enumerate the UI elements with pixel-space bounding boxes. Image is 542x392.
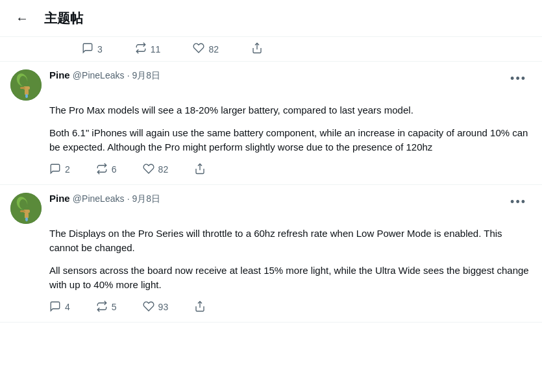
- share-icon: [194, 163, 206, 177]
- heart-icon: [143, 163, 154, 177]
- tweet-header: Pine @PineLeaks · 9月8日 •••: [10, 69, 532, 101]
- svg-rect-5: [25, 90, 29, 95]
- tweet-username: Pine: [49, 193, 70, 204]
- tweet-text: The Displays on the Pro Series will thro…: [49, 227, 532, 293]
- reply-icon: [49, 163, 61, 177]
- tweet-more-button[interactable]: •••: [505, 193, 532, 212]
- retweet-button[interactable]: 5: [96, 300, 117, 314]
- tweet-header: Pine @PineLeaks · 9月8日 •••: [10, 193, 532, 224]
- reply-button[interactable]: 4: [49, 300, 70, 314]
- retweet-icon: [96, 163, 108, 177]
- top-reply-count: 3: [97, 44, 103, 55]
- like-count: 82: [158, 164, 169, 175]
- interaction-row: 2 6 82: [49, 163, 532, 177]
- reply-icon: [49, 300, 61, 314]
- heart-icon: [143, 300, 154, 314]
- like-count: 93: [158, 302, 169, 312]
- top-share-item[interactable]: [251, 42, 263, 56]
- heart-icon: [193, 42, 204, 56]
- tweet-username: Pine: [49, 69, 70, 80]
- tweet-body: The Pro Max models will see a 18-20% lar…: [49, 103, 532, 177]
- retweet-count: 6: [112, 164, 117, 175]
- svg-rect-13: [25, 213, 29, 218]
- share-button[interactable]: [194, 163, 206, 177]
- reply-count: 2: [65, 164, 70, 175]
- tweet-handle: @PineLeaks: [73, 70, 125, 80]
- tweet-date: 9月8日: [132, 70, 160, 80]
- top-retweet-item[interactable]: 11: [135, 42, 161, 56]
- tweet-date: 9月8日: [132, 193, 160, 204]
- share-button[interactable]: [194, 300, 206, 314]
- retweet-icon: [96, 300, 108, 314]
- tweet-user-info: Pine @PineLeaks · 9月8日: [49, 69, 505, 82]
- tweet-more-button[interactable]: •••: [505, 69, 532, 88]
- back-button[interactable]: ←: [10, 6, 34, 30]
- retweet-count: 5: [112, 302, 117, 312]
- avatar: [10, 69, 42, 101]
- share-icon: [251, 42, 263, 56]
- top-like-count: 82: [208, 44, 219, 55]
- retweet-icon: [135, 42, 147, 56]
- avatar-image: [10, 69, 42, 101]
- avatar: [10, 193, 42, 224]
- back-arrow-icon: ←: [16, 11, 29, 26]
- page-title: 主题帖: [44, 10, 83, 27]
- tweet-body: The Displays on the Pro Series will thro…: [49, 227, 532, 314]
- top-retweet-count: 11: [151, 44, 161, 55]
- svg-point-7: [25, 94, 28, 98]
- svg-rect-14: [20, 210, 25, 212]
- svg-point-15: [25, 217, 28, 221]
- interaction-row: 4 5 93: [49, 300, 532, 314]
- reply-icon: [82, 42, 93, 56]
- share-icon: [194, 300, 206, 314]
- top-interaction-row: 3 11 82: [0, 37, 542, 62]
- tweet-item: Pine @PineLeaks · 9月8日 ••• The Pro Max m…: [0, 62, 542, 185]
- tweet-handle: @PineLeaks: [73, 193, 125, 204]
- like-button[interactable]: 82: [143, 163, 169, 177]
- avatar-image: [10, 193, 42, 224]
- tweet-user-info: Pine @PineLeaks · 9月8日: [49, 193, 505, 205]
- top-like-item[interactable]: 82: [193, 42, 219, 56]
- svg-rect-6: [20, 87, 25, 89]
- tweet-item: Pine @PineLeaks · 9月8日 ••• The Displays …: [0, 185, 542, 323]
- top-reply-item[interactable]: 3: [82, 42, 103, 56]
- tweet-text: The Pro Max models will see a 18-20% lar…: [49, 103, 532, 155]
- reply-button[interactable]: 2: [49, 163, 70, 177]
- header: ← 主题帖: [0, 0, 542, 37]
- retweet-button[interactable]: 6: [96, 163, 117, 177]
- like-button[interactable]: 93: [143, 300, 169, 314]
- reply-count: 4: [65, 302, 70, 312]
